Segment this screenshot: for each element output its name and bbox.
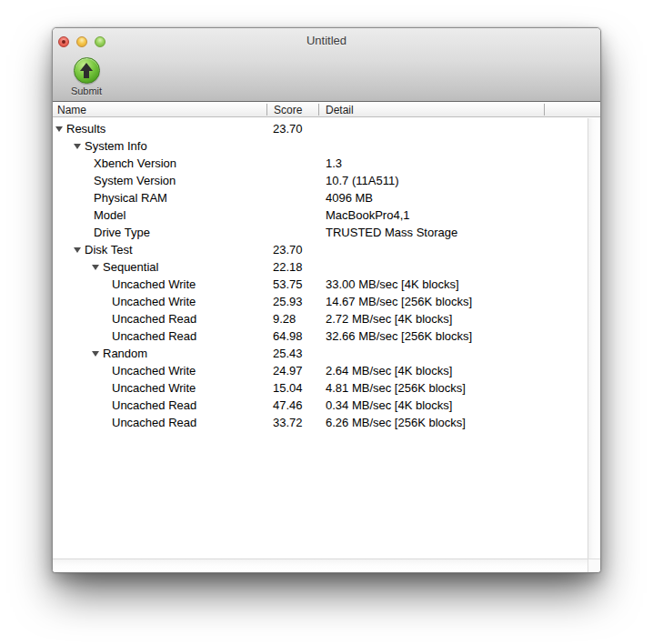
outline-row[interactable]: Uncached Write 53.75 33.00 MB/sec [4K bl… <box>53 276 588 293</box>
row-name-cell: Uncached Write <box>53 293 273 310</box>
row-detail: 4096 MB <box>326 189 588 206</box>
column-resize-handle[interactable] <box>544 104 545 116</box>
row-detail: 32.66 MB/sec [256K blocks] <box>326 327 588 345</box>
outline-row[interactable]: Sequential 22.18 <box>53 258 588 276</box>
row-score: 25.93 <box>273 293 326 310</box>
row-score: 23.70 <box>273 120 326 137</box>
arrow-up-icon <box>80 63 93 79</box>
row-score: 53.75 <box>273 276 326 293</box>
disclosure-triangle-icon[interactable] <box>74 242 85 258</box>
outline-row[interactable]: Uncached Read 33.72 6.26 MB/sec [256K bl… <box>53 414 588 431</box>
row-detail: 10.7 (11A511) <box>326 172 588 189</box>
row-score: 64.98 <box>273 327 326 345</box>
row-name-cell: Results <box>53 120 273 137</box>
row-name-cell: Xbench Version <box>53 155 273 172</box>
column-resize-handle[interactable] <box>266 104 267 116</box>
row-detail <box>326 345 588 362</box>
disclosure-triangle-icon[interactable] <box>92 259 103 276</box>
row-name: Uncached Write <box>112 277 196 291</box>
column-header-name[interactable]: Name <box>57 103 86 117</box>
outline-row[interactable]: Uncached Write 24.97 2.64 MB/sec [4K blo… <box>53 362 588 379</box>
toolbar: Submit <box>53 54 600 101</box>
row-detail: 2.72 MB/sec [4K blocks] <box>326 310 588 327</box>
scrollbar-corner <box>588 558 600 572</box>
row-score <box>273 189 326 206</box>
horizontal-scrollbar-track[interactable] <box>53 558 588 572</box>
row-name: System Info <box>85 139 147 153</box>
row-name-cell: Uncached Read <box>53 414 273 431</box>
disclosure-triangle-icon[interactable] <box>55 121 66 137</box>
outline-row[interactable]: Random 25.43 <box>53 345 588 362</box>
row-detail <box>326 258 588 276</box>
row-name-cell: Uncached Write <box>53 276 273 293</box>
row-score <box>273 155 326 172</box>
outline-row[interactable]: System Info <box>53 137 588 155</box>
outline-row[interactable]: Uncached Write 15.04 4.81 MB/sec [256K b… <box>53 379 588 397</box>
vertical-scrollbar-track[interactable] <box>588 118 600 558</box>
outline-row[interactable]: System Version 10.7 (11A511) <box>53 172 588 189</box>
row-name: Uncached Write <box>112 295 196 308</box>
outline-row[interactable]: Uncached Read 64.98 32.66 MB/sec [256K b… <box>53 327 588 345</box>
column-resize-handle[interactable] <box>318 104 319 116</box>
outline-row[interactable]: Disk Test 23.70 <box>53 241 588 258</box>
row-name-cell: Uncached Read <box>53 310 273 327</box>
row-score: 33.72 <box>273 414 326 431</box>
titlebar[interactable]: Untitled <box>53 28 600 54</box>
row-detail <box>326 120 588 137</box>
window-chrome: Untitled Submit <box>53 28 600 102</box>
row-name: Xbench Version <box>94 156 176 170</box>
disclosure-triangle-icon[interactable] <box>74 138 85 155</box>
row-detail: 1.3 <box>326 155 588 172</box>
row-name: System Version <box>94 174 176 187</box>
row-score: 25.43 <box>273 345 326 362</box>
outline-row[interactable]: Xbench Version 1.3 <box>53 155 588 172</box>
outline-row[interactable]: Drive Type TRUSTED Mass Storage <box>53 224 588 241</box>
row-name-cell: Uncached Read <box>53 327 273 345</box>
disclosure-triangle-icon[interactable] <box>92 346 103 362</box>
row-name-cell: Model <box>53 206 273 224</box>
submit-label: Submit <box>62 86 111 96</box>
row-detail: 2.64 MB/sec [4K blocks] <box>326 362 588 379</box>
row-detail <box>326 241 588 258</box>
row-score: 47.46 <box>273 397 326 414</box>
window-title: Untitled <box>53 28 600 54</box>
column-header-score[interactable]: Score <box>274 103 302 117</box>
outline-row[interactable]: Model MacBookPro4,1 <box>53 206 588 224</box>
row-detail <box>326 137 588 155</box>
row-name: Uncached Write <box>112 364 196 377</box>
row-score: 15.04 <box>273 379 326 397</box>
row-name: Physical RAM <box>94 191 167 205</box>
outline-row[interactable]: Physical RAM 4096 MB <box>53 189 588 206</box>
row-name: Model <box>94 208 126 222</box>
row-score <box>273 224 326 241</box>
row-score: 9.28 <box>273 310 326 327</box>
row-name: Uncached Read <box>112 329 196 343</box>
row-name: Drive Type <box>94 226 150 239</box>
row-name-cell: Disk Test <box>53 241 273 258</box>
outline-row[interactable]: Uncached Read 9.28 2.72 MB/sec [4K block… <box>53 310 588 327</box>
row-name: Results <box>66 122 105 136</box>
row-detail: 6.26 MB/sec [256K blocks] <box>326 414 588 431</box>
row-detail: MacBookPro4,1 <box>326 206 588 224</box>
row-name-cell: System Version <box>53 172 273 189</box>
row-name: Random <box>103 347 147 360</box>
outline-row[interactable]: Uncached Write 25.93 14.67 MB/sec [256K … <box>53 293 588 310</box>
row-name-cell: Drive Type <box>53 224 273 241</box>
column-header-detail[interactable]: Detail <box>326 103 354 117</box>
row-score: 22.18 <box>273 258 326 276</box>
row-name: Disk Test <box>85 243 133 257</box>
xbench-window: Untitled Submit Name Score Detail Result… <box>52 27 601 573</box>
row-name-cell: Uncached Write <box>53 379 273 397</box>
row-detail: 14.67 MB/sec [256K blocks] <box>326 293 588 310</box>
row-score <box>273 172 326 189</box>
row-detail: 4.81 MB/sec [256K blocks] <box>326 379 588 397</box>
outline-row[interactable]: Uncached Read 47.46 0.34 MB/sec [4K bloc… <box>53 397 588 414</box>
table-header: Name Score Detail <box>53 103 600 117</box>
row-name-cell: Uncached Write <box>53 362 273 379</box>
row-name: Uncached Read <box>112 312 196 326</box>
outline-rows: Results 23.70 System Info Xbench Version… <box>53 118 588 558</box>
submit-button[interactable]: Submit <box>62 57 111 99</box>
outline-row[interactable]: Results 23.70 <box>53 120 588 137</box>
submit-upload-icon <box>74 57 100 84</box>
row-score: 23.70 <box>273 241 326 258</box>
